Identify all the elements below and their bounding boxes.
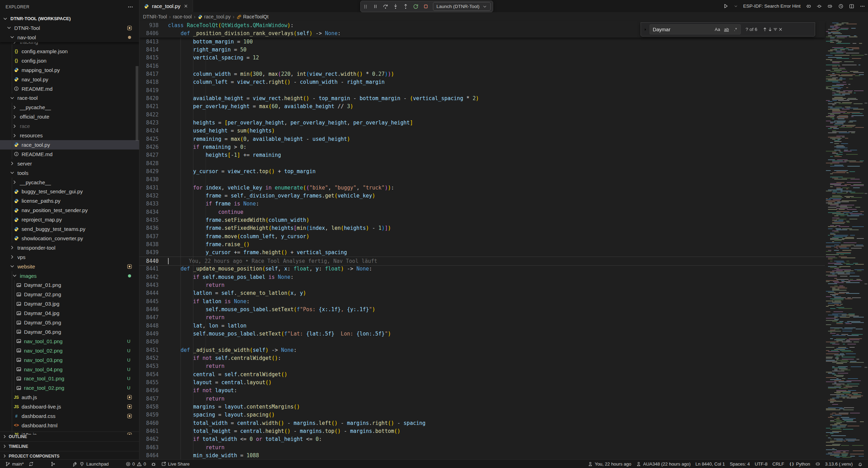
code-line-8424[interactable]: 8424 used_height = sum(heights) [139,127,825,135]
tree-item-dashboard-html[interactable]: <>dashboard.html [0,421,139,430]
next-error-icon[interactable] [827,3,833,9]
tree-item-transponder-tool[interactable]: transponder-tool [0,243,139,252]
timeline-history-icon[interactable] [838,3,844,9]
status-spaces-4[interactable]: Spaces: 4 [727,461,752,467]
status-ln-8440-col-1[interactable]: Ln 8440, Col 1 [693,461,728,467]
find-in-selection-icon[interactable] [773,27,778,32]
tree-item-readme-md[interactable]: README.md [0,150,139,159]
status-braces-python[interactable]: { }Python [787,461,812,467]
code-line-8461[interactable]: 8461 total_height = central.height() - m… [139,427,825,435]
tree-item-config-example-json[interactable]: {}config.example.json [0,47,139,56]
tree-item-server[interactable]: server [0,159,139,168]
code-line-8442[interactable]: 8442 if self.mouse_pos_label is None: [139,273,825,281]
run-python-file-icon[interactable] [723,3,729,9]
code-line-8423[interactable]: 8423 heights = [per_overlay_height, per_… [139,119,825,127]
code-line-8439[interactable]: 8439 y_cursor += frame.height() + vertic… [139,249,825,257]
tree-item-dashboard-live-js[interactable]: JSdashboard-live.js [0,402,139,411]
code-line-8438[interactable]: 8438 frame.raise_() [139,241,825,249]
code-line-8464[interactable]: 8464 min_side_width = 1088 [139,451,825,459]
tree-item-nav-tool-py[interactable]: nav_tool.py [0,75,139,84]
code-line-8450[interactable]: 8450 [139,338,825,346]
close-icon[interactable] [183,3,188,9]
close-find-icon[interactable] [778,27,783,32]
status-bug[interactable] [148,461,159,467]
tree-item-nav-tool-04-png[interactable]: nav_tool_04.pngU [0,365,139,374]
code-line-8427[interactable]: 8427 heights[-1] += remaining [139,151,825,159]
tree-item-nav-tool-01-png[interactable]: nav_tool_01.pngU [0,337,139,346]
code-line-8449[interactable]: 8449 self.mouse_pos_label.setText(f"Lat:… [139,330,825,338]
status-git-graph[interactable] [48,461,58,467]
restart-icon[interactable] [413,3,419,9]
code-line-8453[interactable]: 8453 return [139,362,825,370]
tree-item-race[interactable]: race [0,121,139,131]
tree-item-mapping-tool-py[interactable]: mapping_tool.py [0,65,139,75]
code-line-8430[interactable]: 8430 [139,176,825,184]
find-input[interactable] [650,27,713,32]
whole-word-icon[interactable]: ab [722,26,731,33]
section-outline[interactable]: OUTLINE [0,431,139,441]
tree-item-dashboard-css[interactable]: #dashboard.css [0,411,139,421]
status-error-circle-0-warning-0[interactable]: 00 [123,461,148,467]
tree-item--pycache-[interactable]: __pycache__ [0,178,139,187]
code-line-8447[interactable]: 8447 return [139,314,825,322]
step-out-icon[interactable] [403,3,409,9]
step-over-icon[interactable] [383,3,388,9]
tree-item-nav-tool-02-png[interactable]: nav_tool_02.pngU [0,346,139,355]
step-into-icon[interactable] [393,3,399,9]
toggle-replace-icon[interactable] [641,23,650,36]
code-line-8440[interactable]: 8440You, 22 hours ago • Race Tool Analys… [139,257,825,265]
launch-config-select[interactable]: Launch (DTNR-Tool) [433,2,491,11]
explorer-more-icon[interactable] [127,4,134,10]
tree-item-official-route[interactable]: official_route [0,112,139,121]
tree-item-config-json[interactable]: {}config.json [0,56,139,65]
code-viewport[interactable]: 8413 bottom_margin = 1008414 right_margi… [139,38,825,460]
sidebar-scrollbar[interactable] [136,66,138,141]
code-line-8414[interactable]: 8414 right_margin = 50 [139,46,825,54]
next-match-icon[interactable] [767,27,773,32]
tree-item-race-tool-py[interactable]: race_tool.py [0,140,139,150]
tab-race-tool-py[interactable]: race_tool.py [139,0,193,12]
code-line-8460[interactable]: 8460 total_width = central.width() - mar… [139,419,825,427]
code-line-8446[interactable]: 8446 self.mouse_pos_label.setText(f"Pos:… [139,305,825,313]
status-blame-person-aua348-22-hours-ago-[interactable]: AUA348 (22 hours ago) [634,461,693,467]
overview-ruler[interactable] [864,12,868,460]
code-line-8441[interactable]: 8441 def _update_mouse_position(self, x:… [139,265,825,273]
code-line-8456[interactable]: 8456 if not layout: [139,387,825,395]
match-case-icon[interactable]: Aa [713,26,722,33]
code-line-8421[interactable]: 8421 per_overlay_height = max(60, availa… [139,103,825,111]
tree-item-nav-tool[interactable]: nav-tool [0,33,139,42]
tree-item-website[interactable]: website [0,262,139,271]
section-project-components[interactable]: PROJECT COMPONENTS [0,451,139,460]
code-line-8413[interactable]: 8413 bottom_margin = 100 [139,38,825,46]
section-timeline[interactable]: TIMELINE [0,441,139,451]
code-line-8418[interactable]: 8418 column_left = view_rect.right() - c… [139,78,825,86]
tree-item-dtnr-tool[interactable]: DTNR-Tool [0,23,139,33]
tree-item-send-buggy-test-teams-py[interactable]: send_buggy_test_teams.py [0,224,139,234]
tree-item-race-tool-01-png[interactable]: race_tool_01.pngU [0,374,139,383]
breadcrumb-dtnr-tool[interactable]: DTNR-Tool [143,14,167,19]
code-line-8444[interactable]: 8444 latlon = self._scene_to_latlon(x, y… [139,289,825,297]
run-dropdown-chevron-icon[interactable] [734,4,738,8]
previous-match-icon[interactable] [762,27,767,32]
code-line-8435[interactable]: 8435 frame.setFixedWidth(column_width) [139,216,825,224]
code-line-8459[interactable]: 8459 spacing = layout.spacing() [139,411,825,419]
tree-item-auth-js[interactable]: JSauth.js [0,393,139,402]
tree-item-race-tool[interactable]: race-tool [0,93,139,103]
tree-item-images[interactable]: images [0,271,139,281]
code-line-8434[interactable]: 8434 continue [139,208,825,216]
code-line-8463[interactable]: 8463 return [139,443,825,451]
status-copilot[interactable] [813,461,823,467]
code-line-8436[interactable]: 8436 frame.setFixedHeight(heights[min(in… [139,224,825,232]
tree-item-vps[interactable]: vps [0,252,139,262]
breadcrumb-race-tool[interactable]: race-tool [173,14,192,19]
tree-item-daymar-06-png[interactable]: Daymar_06.png [0,327,139,337]
tree-item-daymar-03-jpg[interactable]: Daymar_03.jpg [0,299,139,308]
status-git-branch-main-[interactable]: main* [3,461,26,467]
previous-error-icon[interactable] [806,3,811,9]
code-line-8426[interactable]: 8426 if remaining > 0: [139,143,825,151]
code-line-8422[interactable]: 8422 [139,111,825,119]
status-utf-8[interactable]: UTF-8 [752,461,770,467]
status-sync[interactable] [26,461,36,467]
tree-item-reproject-map-py[interactable]: reproject_map.py [0,215,139,224]
tree-item-daymar-04-jpg[interactable]: Daymar_04.jpg [0,308,139,318]
